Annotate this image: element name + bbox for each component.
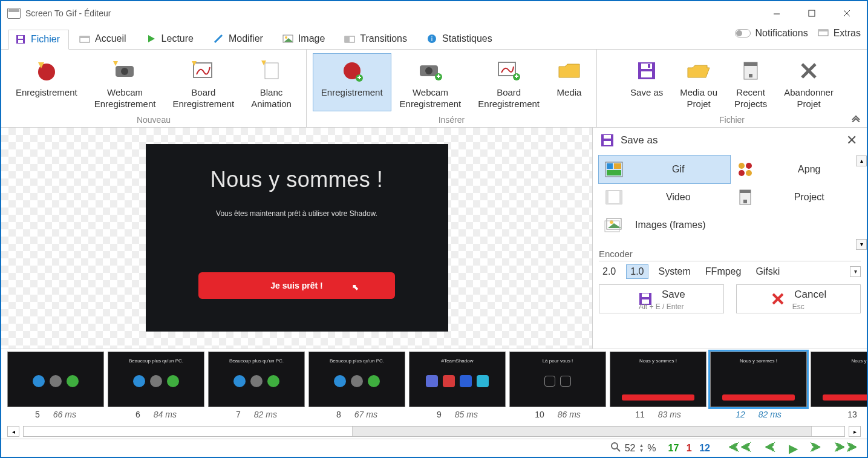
format-apng[interactable]: Apng — [730, 155, 861, 183]
thumbnail-image: Beaucoup plus qu'un PC. — [308, 352, 405, 407]
format-label: Images (frames) — [631, 220, 856, 231]
nav-last-button[interactable]: ⮞⮞ — [834, 441, 858, 455]
tab-transitions[interactable]: Transitions — [338, 29, 416, 49]
scroll-track[interactable] — [23, 426, 845, 437]
thumbnail-image: Nous y — [811, 352, 867, 407]
svg-marker-13 — [284, 38, 293, 42]
btn-blanc-new[interactable]: Blanc Animation — [243, 53, 300, 111]
btn-label2: Enregistrement — [478, 99, 540, 110]
nav-play-button[interactable]: ▶ — [789, 441, 798, 456]
format-video[interactable]: Video — [599, 183, 730, 211]
save-button[interactable]: Save Alt + E / Enter — [599, 284, 724, 313]
scroll-left-button[interactable]: ◂ — [7, 426, 19, 437]
encoder-expand[interactable]: ▾ — [850, 266, 861, 277]
frame-index: 9 — [437, 410, 442, 419]
panel-title: Save as — [621, 134, 658, 146]
cancel-button[interactable]: Cancel Esc — [736, 284, 861, 313]
btn-rec-insert[interactable]: Enregistrement — [313, 53, 391, 111]
nav-prev-button[interactable]: ⮜ — [765, 441, 777, 455]
toggle-icon — [735, 29, 751, 38]
format-images[interactable]: Images (frames) — [599, 211, 861, 239]
count-selected: 1 — [687, 443, 692, 453]
image-icon — [282, 33, 293, 44]
panel-close-button[interactable]: ✕ — [843, 131, 861, 149]
btn-recent-projects[interactable]: Recent Projects — [726, 53, 775, 111]
thumbnail-image: Nous y sommes ! — [710, 352, 807, 407]
btn-rec-new[interactable]: Enregistrement — [7, 53, 86, 111]
svg-point-23 — [121, 68, 128, 75]
notifications-toggle[interactable]: Notifications — [735, 28, 808, 39]
btn-webcam-new[interactable]: Webcam Enregistrement — [86, 53, 165, 111]
canvas-area[interactable]: Nous y sommes ! Vous êtes maintenant prê… — [1, 128, 593, 349]
tab-lecture[interactable]: Lecture — [139, 29, 203, 49]
group-label: Insérer — [439, 115, 465, 125]
btn-abandon[interactable]: Abandonner Projet — [775, 53, 842, 111]
maximize-button[interactable] — [794, 1, 829, 25]
frames-strip[interactable]: 5 66 ms Beaucoup plus qu'un PC. 6 84 ms … — [1, 348, 867, 424]
tab-image[interactable]: Image — [276, 29, 334, 49]
apng-icon — [735, 159, 755, 180]
format-gif[interactable]: Gif — [599, 155, 730, 183]
encoder-ffmpeg[interactable]: FFmpeg — [702, 265, 745, 278]
encoder-2.0[interactable]: 2.0 — [599, 265, 619, 278]
tab-label: Transitions — [360, 33, 407, 44]
tab-statistiques[interactable]: i Statistiques — [420, 29, 501, 49]
svg-rect-45 — [648, 64, 650, 68]
svg-rect-53 — [604, 141, 611, 145]
tab-label: Fichier — [31, 34, 60, 45]
extras-button[interactable]: Extras — [818, 28, 861, 39]
ribbon-collapse-button[interactable] — [850, 114, 862, 125]
frame-thumbnail[interactable]: Beaucoup plus qu'un PC. 7 82 ms — [208, 352, 305, 419]
btn-media-insert[interactable]: Media — [548, 53, 590, 111]
frame-thumbnail[interactable]: Beaucoup plus qu'un PC. 8 67 ms — [308, 352, 405, 419]
svg-rect-55 — [607, 163, 613, 169]
frame-thumbnail[interactable]: Là pour vous ! 10 86 ms — [509, 352, 606, 419]
frame-thumbnail[interactable]: Nous y sommes ! 12 82 ms — [710, 352, 807, 419]
thumbnail-image — [7, 352, 104, 407]
minimize-button[interactable] — [759, 1, 794, 25]
frame-thumbnail[interactable]: Nous y 13 — [811, 352, 867, 419]
btn-board-insert[interactable]: Board Enregistrement — [469, 53, 548, 111]
frame-thumbnail[interactable]: #TeamShadow 9 85 ms — [409, 352, 506, 419]
frame-thumbnail[interactable]: Nous y sommes ! 11 83 ms — [610, 352, 706, 419]
zoom-control[interactable]: 52 ▲▼ % — [610, 442, 656, 455]
tab-fichier[interactable]: Fichier — [8, 30, 69, 50]
svg-rect-73 — [642, 293, 649, 297]
btn-webcam-insert[interactable]: Webcam Enregistrement — [391, 53, 470, 111]
webcam-icon — [113, 58, 138, 83]
zoom-spinner[interactable]: ▲▼ — [639, 443, 644, 453]
tab-label: Lecture — [162, 33, 194, 44]
tab-modifier[interactable]: Modifier — [206, 29, 272, 49]
svg-rect-52 — [604, 135, 611, 139]
video-icon — [604, 187, 624, 208]
project-icon — [735, 187, 755, 208]
svg-rect-63 — [606, 191, 609, 204]
scroll-right-button[interactable]: ▸ — [849, 426, 861, 437]
panel-scroll-down[interactable]: ▾ — [856, 239, 867, 250]
svg-point-61 — [746, 170, 752, 176]
btn-saveas[interactable]: Save as — [622, 53, 671, 111]
app-icon — [7, 8, 21, 19]
panel-scroll-up[interactable]: ▴ — [856, 155, 867, 166]
encoder-gifski[interactable]: Gifski — [752, 265, 783, 278]
svg-rect-57 — [607, 170, 621, 175]
btn-label2: Animation — [251, 99, 292, 110]
nav-next-button[interactable]: ⮞ — [810, 441, 822, 455]
preview-subtext: Vous êtes maintenant prêt à utiliser vot… — [216, 209, 377, 218]
frame-thumbnail[interactable]: 5 66 ms — [7, 352, 104, 419]
svg-rect-41 — [516, 74, 517, 78]
svg-rect-64 — [619, 191, 622, 204]
scroll-thumb[interactable] — [352, 427, 812, 436]
frame-thumbnail[interactable]: Beaucoup plus qu'un PC. 6 84 ms — [108, 352, 204, 419]
btn-media-project[interactable]: Media ou Projet — [671, 53, 726, 111]
close-button[interactable] — [829, 1, 864, 25]
encoder-1.0[interactable]: 1.0 — [627, 265, 647, 278]
format-project[interactable]: Project — [730, 183, 861, 211]
btn-board-new[interactable]: Board Enregistrement — [164, 53, 243, 111]
frame-duration: 82 ms — [759, 410, 782, 419]
tab-accueil[interactable]: Accueil — [73, 29, 135, 49]
svg-rect-5 — [18, 36, 23, 39]
encoder-system[interactable]: System — [655, 265, 694, 278]
frame-index: 11 — [635, 410, 645, 419]
nav-first-button[interactable]: ⮜⮜ — [728, 441, 752, 455]
